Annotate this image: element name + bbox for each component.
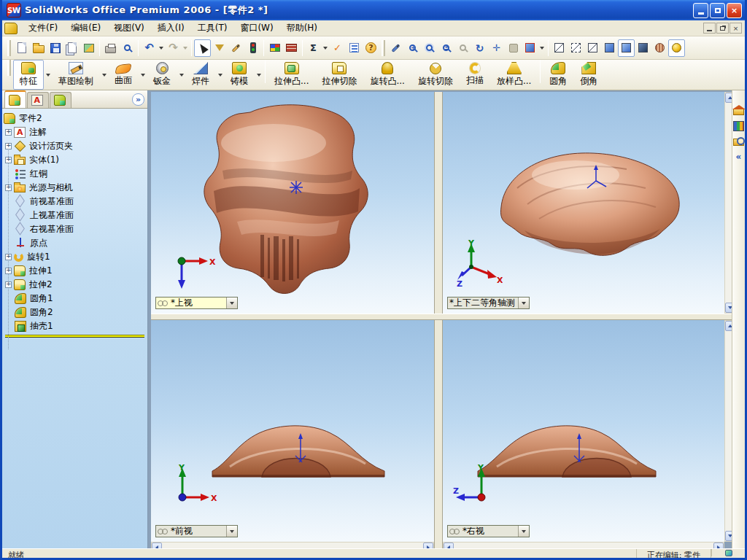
solidworks-resources-home-icon[interactable] xyxy=(733,109,744,115)
rollback-bar[interactable] xyxy=(5,335,144,338)
combo-dropdown-arrow[interactable] xyxy=(226,526,237,537)
zoom-to-fit-icon[interactable]: + xyxy=(404,39,421,57)
view-orientation-combo[interactable]: *前视 xyxy=(155,525,238,537)
menu-edit[interactable]: 编辑(E) xyxy=(64,20,107,36)
configurationmanager-tab[interactable] xyxy=(50,92,71,108)
viewport-dimetric-view[interactable]: Y X Z *上下二等角轴测 xyxy=(443,92,724,314)
tree-item-fillet1[interactable]: 圆角1 xyxy=(4,292,147,306)
tree-item-revolve1[interactable]: 旋转1 xyxy=(4,250,147,264)
close-button[interactable]: × xyxy=(727,3,742,18)
sweep-button[interactable]: 扫描 xyxy=(460,60,490,90)
menu-insert[interactable]: 插入(I) xyxy=(151,20,191,36)
featuremanager-tab[interactable] xyxy=(4,90,26,108)
viewport-front-view[interactable]: Y X *前视 xyxy=(151,320,434,542)
section-view-dropdown-arrow[interactable] xyxy=(538,39,546,57)
zoom-to-area-icon[interactable] xyxy=(421,39,438,57)
tree-item-origin[interactable]: 原点 xyxy=(4,236,147,250)
new-document-icon[interactable] xyxy=(13,39,30,57)
edit-color-icon[interactable] xyxy=(266,39,283,57)
combo-dropdown-arrow[interactable] xyxy=(226,298,237,308)
tree-item-fillet2[interactable]: 圆角2 xyxy=(4,306,147,319)
maximize-button[interactable] xyxy=(710,3,725,18)
mold-tools-dropdown-arrow[interactable] xyxy=(255,60,263,90)
section-view-icon[interactable] xyxy=(522,39,538,57)
expand-toggle[interactable] xyxy=(5,157,12,163)
fillet-button[interactable]: 圆角 xyxy=(543,60,573,90)
surfaces-dropdown-arrow[interactable] xyxy=(139,60,147,90)
save-icon[interactable] xyxy=(47,39,63,57)
file-explorer-icon[interactable] xyxy=(733,139,744,146)
selection-filter-icon[interactable] xyxy=(211,39,228,57)
viewport-right-view[interactable]: Y Z *右视 xyxy=(443,320,724,542)
menu-help[interactable]: 帮助(H) xyxy=(280,20,324,36)
sketch-pencil-icon[interactable] xyxy=(228,39,244,57)
view-orientation-combo[interactable]: *上下二等角轴测 xyxy=(447,297,530,309)
features-tab-button[interactable]: 特征 xyxy=(13,60,44,90)
quick-tips-icon[interactable] xyxy=(725,550,732,556)
panel-expand-chevron-icon[interactable]: » xyxy=(132,93,144,106)
viewport-top-view[interactable]: X *上视 xyxy=(151,92,434,314)
expand-toggle[interactable] xyxy=(5,184,12,191)
print-preview-icon[interactable] xyxy=(119,39,136,57)
mdi-restore-button[interactable] xyxy=(716,23,729,34)
revolved-cut-button[interactable]: 旋转切除 xyxy=(411,60,460,90)
expand-toggle[interactable] xyxy=(5,254,12,260)
extruded-boss-button[interactable]: 拉伸凸... xyxy=(268,60,315,90)
print-icon[interactable] xyxy=(102,39,119,57)
weldments-tab-button[interactable]: 焊件 xyxy=(185,60,216,90)
wireframe-icon[interactable] xyxy=(551,39,568,57)
hidden-lines-removed-icon[interactable] xyxy=(584,39,601,57)
sketch-dropdown-arrow[interactable] xyxy=(100,60,108,90)
minimize-button[interactable] xyxy=(693,3,708,18)
tree-item-front-plane[interactable]: 前视基准面 xyxy=(4,195,147,209)
make-assembly-icon[interactable] xyxy=(80,39,97,57)
surfaces-tab-button[interactable]: 曲面 xyxy=(108,60,139,90)
select-cursor-icon[interactable] xyxy=(194,39,211,57)
view-toolbar-grip[interactable] xyxy=(382,40,385,56)
mdi-close-button[interactable]: × xyxy=(729,23,742,34)
view-orientation-combo[interactable]: *右视 xyxy=(447,525,530,537)
sheetmetal-tab-button[interactable]: 钣金 xyxy=(147,60,177,90)
extruded-cut-button[interactable]: 拉伸切除 xyxy=(315,60,363,90)
toolbar-grip[interactable] xyxy=(7,40,11,56)
weldments-dropdown-arrow[interactable] xyxy=(216,60,224,90)
sketch-tab-button[interactable]: 草图绘制 xyxy=(52,60,100,90)
sheetmetal-dropdown-arrow[interactable] xyxy=(177,60,185,90)
tree-item-solid-bodies[interactable]: 实体(1) xyxy=(4,153,147,167)
combo-dropdown-arrow[interactable] xyxy=(518,298,529,308)
expand-toggle[interactable] xyxy=(5,281,12,288)
propertymanager-tab[interactable] xyxy=(27,92,49,108)
tree-root[interactable]: 零件2 xyxy=(4,112,147,125)
equations-sigma-icon[interactable]: Σ xyxy=(305,39,322,57)
shadows-in-shaded-mode-icon[interactable] xyxy=(635,39,651,57)
texture-icon[interactable] xyxy=(283,39,300,57)
tree-item-top-plane[interactable]: 上视基准面 xyxy=(4,209,147,222)
help-icon[interactable]: ? xyxy=(363,39,379,57)
tree-item-shell1[interactable]: 抽壳1 xyxy=(4,319,147,333)
mold-tools-tab-button[interactable]: 铸模 xyxy=(224,60,255,90)
options-list-icon[interactable] xyxy=(346,39,363,57)
mdi-minimize-button[interactable] xyxy=(703,23,716,34)
shaded-with-edges-icon[interactable] xyxy=(601,39,618,57)
combo-dropdown-arrow[interactable] xyxy=(518,526,529,537)
undo-icon[interactable]: ↶ xyxy=(141,39,158,57)
horizontal-viewport-splitter[interactable] xyxy=(151,314,736,320)
design-library-icon[interactable] xyxy=(733,121,744,131)
pan-icon[interactable]: ✛ xyxy=(488,39,505,57)
vertical-viewport-splitter[interactable] xyxy=(434,92,443,553)
task-pane-expand-chevron-icon[interactable]: « xyxy=(736,152,742,162)
view-orientation-icon[interactable] xyxy=(387,39,404,57)
menu-file[interactable]: 文件(F) xyxy=(22,20,64,36)
expand-toggle[interactable] xyxy=(5,129,12,136)
tree-item-design-binder[interactable]: 设计活页夹 xyxy=(4,139,147,153)
feature-toolbar-grip[interactable] xyxy=(7,60,11,76)
realview-graphics-icon[interactable] xyxy=(651,39,668,57)
expand-toggle[interactable] xyxy=(5,268,12,274)
hidden-lines-visible-icon[interactable] xyxy=(568,39,584,57)
equations-dropdown-arrow[interactable] xyxy=(322,39,329,57)
menu-tools[interactable]: 工具(T) xyxy=(191,20,234,36)
open-document-icon[interactable] xyxy=(30,39,47,57)
apply-scene-icon[interactable] xyxy=(668,39,685,57)
tree-item-extrude1[interactable]: 拉伸1 xyxy=(4,264,147,278)
tree-item-right-plane[interactable]: 右视基准面 xyxy=(4,222,147,236)
